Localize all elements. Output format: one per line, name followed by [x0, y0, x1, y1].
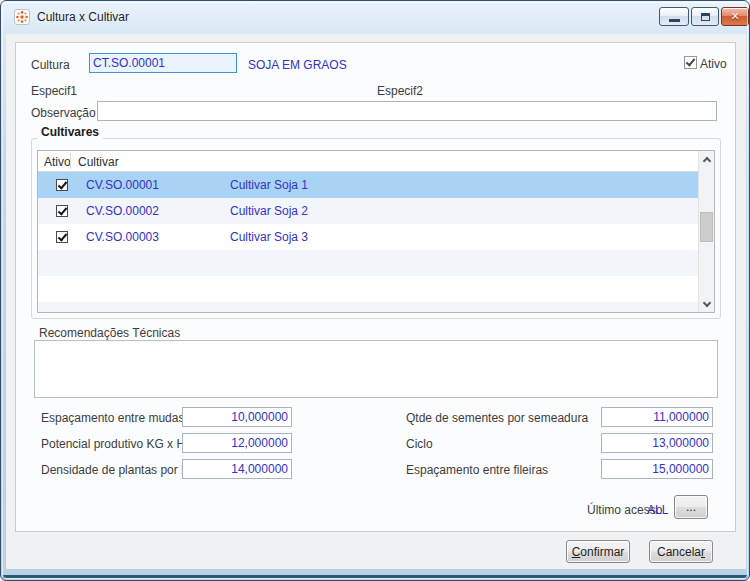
- minimize-button[interactable]: [659, 7, 689, 26]
- ativo-label: Ativo: [700, 57, 727, 71]
- window-cultura-x-cultivar: Cultura x Cultivar ✕ Cultura SOJA EM GRA…: [0, 0, 750, 581]
- espacamento-fileiras-label: Espaçamento entre fileiras: [406, 463, 548, 477]
- maximize-icon: [701, 13, 710, 21]
- window-title: Cultura x Cultivar: [37, 10, 129, 24]
- densidade-plantas-label: Densidade de plantas por HA: [41, 463, 198, 477]
- recomendacoes-label: Recomendações Técnicas: [39, 326, 180, 340]
- grid-header: Ativo Cultivar: [38, 151, 714, 172]
- espacamento-mudas-input[interactable]: [182, 407, 292, 427]
- minimize-icon: [669, 19, 680, 22]
- cultivar-row[interactable]: CV.SO.00002 Cultivar Soja 2: [38, 198, 714, 224]
- cultivar-name: Cultivar Soja 1: [230, 172, 308, 198]
- title-bar[interactable]: Cultura x Cultivar ✕: [1, 1, 749, 34]
- cultivares-grid: Ativo Cultivar CV.SO.00001 Cultivar Soja…: [37, 150, 715, 313]
- espacamento-mudas-label: Espaçamento entre mudas: [41, 411, 184, 425]
- row-ativo-checkbox[interactable]: [56, 231, 68, 243]
- chevron-up-icon: [702, 156, 710, 164]
- densidade-plantas-input[interactable]: [182, 459, 292, 479]
- empty-row: [38, 250, 714, 276]
- ciclo-label: Ciclo: [406, 437, 433, 451]
- browse-button[interactable]: ...: [674, 495, 708, 519]
- scroll-down-button[interactable]: [699, 296, 714, 312]
- potencial-produtivo-input[interactable]: [182, 433, 292, 453]
- close-icon: ✕: [730, 11, 739, 22]
- cultivar-name: Cultivar Soja 3: [230, 224, 308, 250]
- row-ativo-checkbox[interactable]: [56, 205, 68, 217]
- recomendacoes-textarea[interactable]: [34, 340, 718, 398]
- especif2-label: Especif2: [377, 84, 423, 98]
- potencial-produtivo-label: Potencial produtivo KG x HA: [41, 437, 193, 451]
- grid-body: CV.SO.00001 Cultivar Soja 1 CV.SO.00002 …: [38, 172, 714, 312]
- observacao-label: Observação: [31, 106, 96, 120]
- confirm-button[interactable]: Confirmar: [566, 540, 630, 563]
- observacao-input[interactable]: [97, 101, 717, 121]
- scrollbar-thumb[interactable]: [700, 212, 713, 242]
- close-button[interactable]: ✕: [721, 7, 749, 26]
- qtde-sementes-input[interactable]: [601, 407, 713, 427]
- cultivar-code: CV.SO.00003: [86, 224, 159, 250]
- cancel-button[interactable]: Cancelar: [649, 540, 713, 563]
- grid-vertical-scrollbar[interactable]: [698, 151, 714, 312]
- qtde-sementes-label: Qtde de sementes por semeadura: [406, 411, 588, 425]
- cultivar-name: Cultivar Soja 2: [230, 198, 308, 224]
- cultivar-row[interactable]: CV.SO.00003 Cultivar Soja 3: [38, 224, 714, 250]
- app-icon: [14, 9, 30, 25]
- cultura-description: SOJA EM GRAOS: [248, 58, 347, 72]
- cultivares-group-label: Cultivares: [37, 125, 103, 139]
- empty-row: [38, 276, 714, 302]
- ciclo-input[interactable]: [601, 433, 713, 453]
- window-bottom-edge: [3, 575, 747, 578]
- column-header-cultivar: Cultivar: [78, 155, 119, 169]
- cultura-label: Cultura: [31, 58, 70, 72]
- scroll-up-button[interactable]: [699, 151, 714, 167]
- espacamento-fileiras-input[interactable]: [601, 459, 713, 479]
- column-header-ativo: Ativo: [44, 155, 71, 169]
- cultivar-row[interactable]: CV.SO.00001 Cultivar Soja 1: [38, 172, 714, 198]
- especif1-label: Especif1: [31, 84, 77, 98]
- ativo-checkbox[interactable]: [684, 56, 697, 69]
- chevron-down-icon: [702, 298, 710, 306]
- cultura-input[interactable]: [89, 53, 237, 73]
- cultivar-code: CV.SO.00002: [86, 198, 159, 224]
- empty-row: [38, 302, 714, 312]
- maximize-button[interactable]: [691, 7, 719, 26]
- ultimo-acesso-value: ALL: [647, 503, 668, 517]
- row-ativo-checkbox[interactable]: [56, 179, 68, 191]
- column-divider: [70, 153, 71, 169]
- cultivar-code: CV.SO.00001: [86, 172, 159, 198]
